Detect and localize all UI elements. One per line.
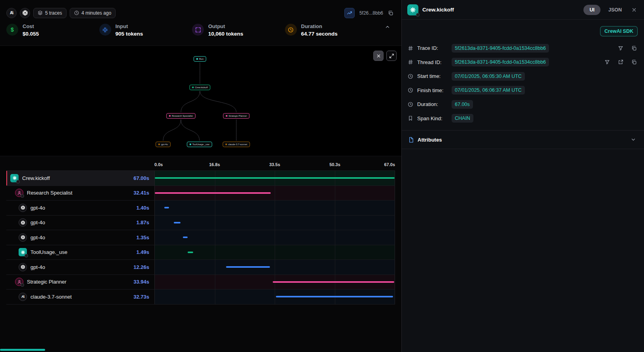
detail-actions	[616, 44, 638, 53]
collapse-stats-button[interactable]	[383, 23, 392, 31]
copy-value-button[interactable]	[630, 58, 638, 66]
clock-icon	[407, 102, 414, 107]
detail-value[interactable]: CHAIN	[452, 114, 473, 123]
row-label-cell[interactable]: Strategic Planner33.94s	[6, 275, 154, 290]
row-label-cell[interactable]: gpt-4o12.26s	[6, 260, 154, 274]
time-axis: 0.0s16.8s33.5s50.3s67.0s	[154, 161, 395, 170]
row-label-cell[interactable]: Crew.kickoff67.00s	[6, 171, 154, 185]
detail-value[interactable]: 5f2613da-8371-9405-fcdd-0a1534cc8bb6	[452, 58, 549, 66]
traces-count-label: 5 traces	[45, 10, 62, 16]
copy-trace-id-button[interactable]	[386, 9, 395, 17]
span-bar[interactable]	[276, 296, 393, 297]
timeline-row[interactable]: Crew.kickoff67.00s	[6, 171, 395, 186]
node-label: ToolUsage._use	[192, 143, 209, 146]
expand-graph-button[interactable]	[386, 51, 397, 61]
row-gantt-cell[interactable]	[154, 290, 395, 304]
timeline-row[interactable]: gpt-4o1.87s	[6, 216, 395, 231]
row-gantt-cell[interactable]	[154, 216, 395, 230]
span-bar[interactable]	[155, 192, 271, 194]
openai-logo-icon	[20, 8, 30, 18]
tab-ui[interactable]: UI	[583, 5, 600, 15]
gridline	[215, 260, 215, 274]
span-bar[interactable]	[226, 266, 270, 268]
span-bar[interactable]	[188, 252, 193, 253]
graph-node[interactable]: Research Specialist	[166, 113, 196, 119]
timeline-row[interactable]: ToolUsage._use1.49s	[6, 245, 395, 260]
gridline	[275, 245, 275, 260]
span-bar[interactable]	[155, 177, 395, 179]
row-gantt-cell[interactable]	[154, 275, 395, 290]
span-bar[interactable]	[183, 237, 188, 238]
row-gantt-cell[interactable]	[154, 186, 395, 201]
horizontal-scrollbar-thumb[interactable]	[0, 349, 45, 351]
row-gantt-cell[interactable]	[154, 230, 395, 245]
axis-tick: 50.3s	[329, 162, 340, 167]
filter-button[interactable]	[603, 58, 612, 66]
row-label-cell[interactable]: gpt-4o1.40s	[6, 201, 154, 215]
openai-icon	[19, 218, 27, 227]
close-panel-button[interactable]	[630, 6, 638, 14]
stat-cost: $Cost$0.055	[6, 23, 99, 42]
detail-row: Span Kind:CHAIN	[407, 112, 638, 126]
detail-label: Finish time:	[417, 87, 448, 93]
span-duration: 1.35s	[136, 235, 154, 240]
span-bar[interactable]	[164, 207, 169, 208]
openai-knot-icon	[21, 235, 25, 240]
row-label-cell[interactable]: Research Specialist32.41s	[6, 186, 154, 201]
helm-icon	[12, 176, 17, 180]
timeline-row[interactable]: gpt-4o1.35s	[6, 230, 395, 245]
timeline-row[interactable]: gpt-4o1.40s	[6, 201, 395, 216]
gridline	[275, 186, 275, 201]
bookmark-icon	[407, 115, 414, 121]
span-detail-panel: Crew.kickoff UI JSON CrewAI SDK Trace ID…	[401, 0, 644, 352]
row-gantt-cell[interactable]	[154, 171, 395, 185]
traces-count-badge[interactable]: 5 traces	[33, 8, 66, 18]
copy-value-button[interactable]	[630, 44, 638, 53]
open-link-button[interactable]	[616, 58, 625, 66]
row-label-cell[interactable]: gpt-4o1.35s	[6, 230, 154, 245]
graph-node[interactable]: claude-3.7-sonnet	[222, 142, 250, 147]
gridline	[215, 275, 215, 290]
row-label-cell[interactable]: ToolUsage._use1.49s	[6, 245, 154, 260]
gridline	[215, 201, 215, 215]
row-gantt-cell[interactable]	[154, 201, 395, 215]
chevron-down-icon[interactable]	[629, 135, 638, 144]
node-label: Research Specialist	[172, 115, 193, 117]
graph-node[interactable]: Strategic Planner	[223, 113, 249, 119]
trace-graph[interactable]: RunCrew.kickoffResearch SpecialistStrate…	[0, 45, 401, 156]
graph-node[interactable]: ToolUsage._use	[187, 142, 212, 147]
node-status-dot	[190, 144, 191, 145]
detail-value[interactable]: 07/01/2025, 06:05:30 AM UTC	[452, 72, 525, 81]
graph-node[interactable]: Run	[194, 56, 206, 62]
detail-row: Duration:67.00s	[407, 97, 638, 112]
detail-value[interactable]: 5f2613da-8371-9405-fcdd-0a1534cc8bb6	[452, 44, 549, 53]
graph-node[interactable]: gpt-4o	[156, 142, 171, 147]
row-gantt-cell[interactable]	[154, 245, 395, 260]
filter-button[interactable]	[616, 44, 625, 53]
gridline	[215, 216, 215, 230]
stat-duration: Duration64.77 seconds	[285, 23, 378, 42]
detail-value[interactable]: 67.00s	[452, 100, 473, 109]
timeline-row[interactable]: A\claude-3.7-sonnet32.73s	[6, 290, 395, 305]
sdk-mini-badge	[25, 254, 28, 257]
detail-value[interactable]: 07/01/2025, 06:06:37 AM UTC	[452, 86, 525, 95]
graph-node[interactable]: Crew.kickoff	[189, 85, 210, 90]
timeline-row[interactable]: gpt-4o12.26s	[6, 260, 395, 275]
timeline-row[interactable]: Strategic Planner33.94s	[6, 275, 395, 290]
gridline	[215, 245, 215, 260]
timeline-row[interactable]: Research Specialist32.41s	[6, 186, 395, 201]
close-graph-button[interactable]	[373, 51, 384, 61]
span-bar[interactable]	[273, 281, 394, 283]
span-bar[interactable]	[174, 222, 180, 223]
attributes-section[interactable]: Attributes	[402, 130, 644, 149]
detail-label: Duration:	[417, 101, 448, 107]
tab-json[interactable]: JSON	[606, 7, 624, 13]
metrics-button[interactable]	[344, 8, 355, 18]
row-gantt-cell[interactable]	[154, 260, 395, 274]
detail-row: Start time:07/01/2025, 06:05:30 AM UTC	[407, 69, 638, 83]
span-duration: 12.26s	[133, 264, 154, 270]
row-label-cell[interactable]: gpt-4o1.87s	[6, 216, 154, 230]
node-label: Strategic Planner	[228, 115, 247, 117]
filter-icon	[618, 45, 623, 51]
row-label-cell[interactable]: A\claude-3.7-sonnet32.73s	[6, 290, 154, 304]
